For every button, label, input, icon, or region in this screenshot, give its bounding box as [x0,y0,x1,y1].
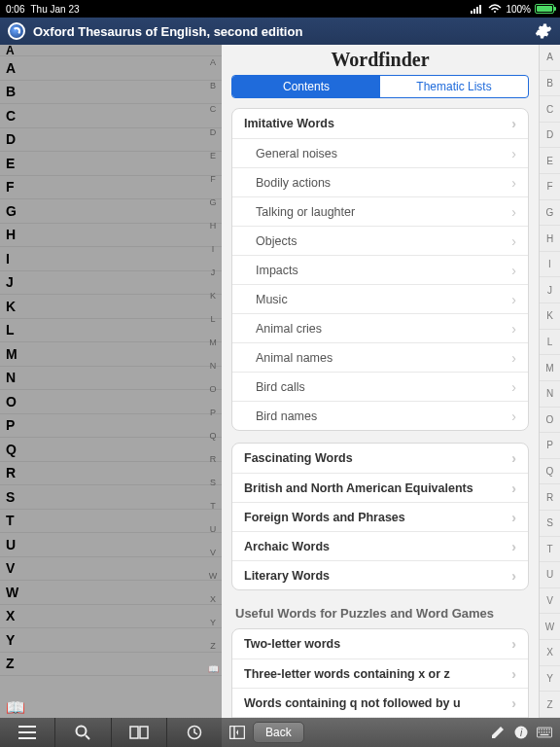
right-index-letter[interactable]: M [540,355,560,381]
tab-contents[interactable]: Contents [232,76,380,97]
right-index-letter[interactable]: O [540,408,560,434]
left-list[interactable]: ABCDEFGHIJKLMNOPQRSTUVWXYZ [0,56,222,696]
right-index-strip[interactable]: ABCDEFGHIJKLMNOPQRSTUVWXYZ [539,45,560,718]
index-letter[interactable]: E [210,144,216,167]
index-letter[interactable]: P [210,401,216,424]
list-row[interactable]: Talking or laughter› [232,196,528,226]
list-row[interactable]: British and North American Equivalents› [232,473,528,502]
index-letter[interactable]: I [212,237,215,261]
menu-button[interactable] [0,718,55,747]
right-index-letter[interactable]: Q [540,459,560,485]
left-row[interactable]: E [0,152,222,176]
index-letter[interactable]: C [210,97,217,121]
left-row[interactable]: W [0,581,222,605]
left-row[interactable]: G [0,199,222,224]
settings-button[interactable] [535,22,552,40]
list-row[interactable]: Imitative Words› [232,109,528,138]
index-letter[interactable]: K [210,284,216,307]
right-index-letter[interactable]: F [540,174,560,200]
right-index-letter[interactable]: H [540,226,560,252]
right-index-letter[interactable]: V [540,588,560,615]
list-row[interactable]: Bodily actions› [232,167,528,196]
left-row[interactable]: C [0,104,222,128]
search-button[interactable] [55,718,111,747]
right-index-letter[interactable]: D [540,123,560,149]
list-row[interactable]: General noises› [232,138,528,167]
right-index-letter[interactable]: S [540,511,560,537]
left-row[interactable]: D [0,128,222,153]
left-row[interactable]: X [0,605,222,629]
left-row[interactable]: K [0,295,222,319]
tab-thematic-lists[interactable]: Thematic Lists [380,76,528,97]
list-row[interactable]: Fascinating Words› [232,444,528,473]
left-row[interactable]: B [0,81,222,105]
right-index-letter[interactable]: I [540,252,560,278]
list-row[interactable]: Literary Words› [232,560,528,589]
list-row[interactable]: Objects› [232,226,528,255]
list-row[interactable]: Animal cries› [232,313,528,342]
right-index-letter[interactable]: N [540,381,560,408]
left-row[interactable]: S [0,485,222,510]
index-letter[interactable]: D [210,121,217,144]
right-index-letter[interactable]: P [540,433,560,459]
left-row[interactable]: T [0,510,222,534]
list-row[interactable]: Two-letter words› [232,629,528,658]
index-letter[interactable]: U [210,517,217,541]
left-row[interactable]: I [0,247,222,271]
index-letter[interactable]: Q [209,424,216,447]
left-row[interactable]: H [0,224,222,248]
list-row[interactable]: Bird names› [232,401,528,430]
right-index-letter[interactable]: T [540,537,560,563]
info-button[interactable]: i [513,725,529,740]
list-row[interactable]: Foreign Words and Phrases› [232,502,528,531]
index-letter[interactable]: O [209,377,216,401]
back-button[interactable]: Back [253,722,304,743]
left-row[interactable]: L [0,319,222,343]
index-letter[interactable]: V [210,541,216,564]
list-row[interactable]: Three-letter words containing x or z› [232,658,528,688]
left-row[interactable]: R [0,462,222,486]
index-letter[interactable]: S [210,471,216,494]
list-row[interactable]: Archaic Words› [232,531,528,560]
index-letter[interactable]: N [210,354,217,377]
left-row[interactable]: N [0,367,222,391]
index-letter[interactable]: X [210,587,216,611]
index-letter[interactable]: Y [210,611,216,634]
index-letter[interactable]: L [210,307,215,331]
right-index-letter[interactable]: R [540,484,560,511]
left-row[interactable]: Y [0,628,222,653]
left-index-strip[interactable]: ABCDEFGHIJKLMNOPQRSTUVWXYZ📖 [204,45,222,718]
index-letter[interactable]: Z [210,634,216,658]
sidebar-toggle-button[interactable] [229,725,245,740]
index-letter[interactable]: J [211,261,216,284]
list-row[interactable]: Words beginning with x› [232,717,528,718]
right-index-letter[interactable]: B [540,71,560,97]
left-row[interactable]: A [0,56,222,81]
left-row[interactable]: Q [0,438,222,462]
index-letter[interactable]: G [209,191,216,214]
right-index-letter[interactable]: A [540,45,560,71]
book-button[interactable] [112,718,167,747]
list-row[interactable]: Words containing q not followed by u› [232,688,528,717]
left-row[interactable]: J [0,271,222,296]
keyboard-button[interactable] [537,725,552,740]
left-row[interactable]: F [0,176,222,200]
right-index-letter[interactable]: J [540,277,560,303]
index-letter[interactable]: F [210,167,216,191]
right-index-letter[interactable]: L [540,330,560,356]
list-row[interactable]: Bird calls› [232,372,528,401]
list-row[interactable]: Music› [232,284,528,313]
left-row[interactable]: Z [0,653,222,677]
index-letter[interactable]: M [209,331,217,354]
edit-button[interactable] [490,725,506,740]
left-row[interactable]: P [0,414,222,439]
wordfinder-content[interactable]: Imitative Words›General noises›Bodily ac… [222,108,539,718]
right-index-letter[interactable]: X [540,640,560,666]
right-index-letter[interactable]: K [540,303,560,330]
right-index-letter[interactable]: Z [540,692,560,718]
right-index-letter[interactable]: G [540,200,560,227]
index-letter[interactable]: H [210,214,217,237]
left-row[interactable]: O [0,390,222,414]
right-index-letter[interactable]: C [540,96,560,123]
index-letter[interactable]: R [210,447,217,471]
